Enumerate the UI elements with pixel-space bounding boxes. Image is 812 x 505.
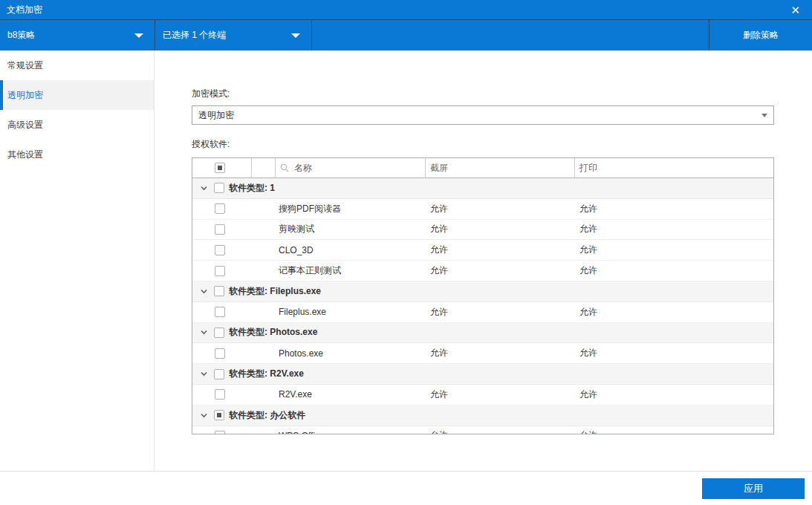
checkbox-cell bbox=[192, 307, 252, 317]
software-row[interactable]: R2V.exe 允许 允许 bbox=[192, 385, 773, 405]
group-label: 软件类型: R2V.exe bbox=[229, 368, 304, 380]
print-permission: 允许 bbox=[575, 429, 773, 434]
window-title: 文档加密 bbox=[7, 4, 42, 16]
group-row[interactable]: 软件类型: 办公软件 bbox=[192, 405, 773, 426]
sidebar-item-3[interactable]: 其他设置 bbox=[0, 140, 154, 169]
chevron-down-icon bbox=[134, 33, 143, 38]
group-row[interactable]: 软件类型: Fileplus.exe bbox=[192, 281, 773, 302]
row-checkbox[interactable] bbox=[215, 307, 225, 317]
chevron-down-icon bbox=[761, 114, 767, 117]
row-checkbox[interactable] bbox=[215, 389, 225, 400]
checkbox-cell bbox=[192, 389, 252, 400]
software-row[interactable]: Photos.exe 允许 允许 bbox=[192, 343, 773, 364]
row-checkbox[interactable] bbox=[215, 348, 225, 359]
checkbox-cell bbox=[192, 348, 252, 359]
row-checkbox[interactable] bbox=[215, 245, 225, 255]
software-row[interactable]: 搜狗PDF阅读器 允许 允许 bbox=[192, 199, 773, 220]
software-name: CLO_3D bbox=[276, 245, 426, 255]
print-permission: 允许 bbox=[575, 244, 773, 256]
print-permission: 允许 bbox=[575, 203, 773, 215]
row-checkbox[interactable] bbox=[215, 431, 225, 434]
print-permission: 允许 bbox=[575, 347, 773, 359]
sidebar-item-1[interactable]: 透明加密 bbox=[0, 80, 154, 110]
sidebar-item-0[interactable]: 常规设置 bbox=[0, 50, 154, 80]
software-name: R2V.exe bbox=[276, 389, 426, 400]
row-checkbox[interactable] bbox=[215, 224, 225, 235]
sidebar-item-2[interactable]: 高级设置 bbox=[0, 110, 154, 140]
chevron-down-icon[interactable] bbox=[200, 287, 208, 296]
select-all-checkbox[interactable] bbox=[215, 163, 225, 173]
expander-column-header bbox=[252, 158, 276, 177]
group-label: 软件类型: Photos.exe bbox=[229, 326, 317, 339]
group-label: 软件类型: Fileplus.exe bbox=[229, 285, 321, 298]
select-all-cell bbox=[192, 158, 252, 177]
software-row[interactable]: 记事本正则测试 允许 允许 bbox=[192, 261, 773, 281]
row-checkbox[interactable] bbox=[215, 266, 225, 276]
sidebar: 常规设置透明加密高级设置其他设置 bbox=[0, 50, 155, 471]
toolbar: b8策略 已选择 1 个终端 删除策略 bbox=[0, 19, 812, 50]
terminal-dropdown-value: 已选择 1 个终端 bbox=[163, 29, 226, 42]
row-checkbox[interactable] bbox=[214, 328, 224, 338]
chevron-down-icon bbox=[291, 33, 300, 38]
screenshot-permission: 允许 bbox=[426, 264, 575, 277]
apply-button[interactable]: 应用 bbox=[702, 478, 805, 499]
print-column-header[interactable]: 打印 bbox=[575, 158, 773, 177]
screenshot-column-header[interactable]: 截屏 bbox=[426, 158, 575, 177]
main-panel: 加密模式: 透明加密 授权软件: 名称 截屏 打印 bbox=[155, 50, 812, 471]
name-column-header[interactable]: 名称 bbox=[276, 158, 426, 177]
screenshot-permission: 允许 bbox=[426, 429, 575, 434]
software-name: Photos.exe bbox=[276, 348, 426, 359]
checkbox-cell bbox=[192, 224, 252, 235]
row-checkbox[interactable] bbox=[214, 369, 224, 379]
software-name: 记事本正则测试 bbox=[276, 264, 426, 277]
policy-dropdown-value: b8策略 bbox=[7, 29, 35, 42]
software-row[interactable]: CLO_3D 允许 允许 bbox=[192, 240, 773, 261]
checkbox-cell bbox=[192, 203, 252, 214]
group-row[interactable]: 软件类型: 1 bbox=[192, 178, 773, 199]
print-permission: 允许 bbox=[575, 306, 773, 319]
checkbox-cell bbox=[192, 266, 252, 276]
encryption-mode-label: 加密模式: bbox=[192, 88, 230, 100]
terminal-dropdown[interactable]: 已选择 1 个终端 bbox=[155, 20, 311, 50]
print-permission: 允许 bbox=[575, 223, 773, 235]
body: 常规设置透明加密高级设置其他设置 加密模式: 透明加密 授权软件: 名称 bbox=[0, 50, 812, 471]
screenshot-permission: 允许 bbox=[426, 306, 575, 319]
group-row[interactable]: 软件类型: Photos.exe bbox=[192, 323, 773, 344]
delete-policy-button[interactable]: 删除策略 bbox=[709, 20, 812, 50]
screenshot-permission: 允许 bbox=[426, 223, 575, 235]
group-label: 软件类型: 办公软件 bbox=[229, 409, 305, 422]
chevron-down-icon[interactable] bbox=[200, 184, 208, 192]
print-permission: 允许 bbox=[575, 388, 773, 401]
group-label: 软件类型: 1 bbox=[229, 182, 275, 195]
row-checkbox[interactable] bbox=[214, 286, 224, 296]
chevron-down-icon[interactable] bbox=[200, 370, 208, 378]
software-name: WPS Office bbox=[276, 431, 426, 434]
row-checkbox[interactable] bbox=[215, 203, 225, 214]
software-row[interactable]: 剪映测试 允许 允许 bbox=[192, 220, 773, 241]
row-checkbox[interactable] bbox=[214, 183, 224, 193]
checkbox-cell bbox=[192, 245, 252, 255]
software-name: 剪映测试 bbox=[276, 223, 426, 235]
footer: 应用 bbox=[0, 471, 812, 505]
table-body: 软件类型: 1 搜狗PDF阅读器 允许 允许 剪映测试 允许 允许 CLO_3D… bbox=[192, 178, 773, 434]
screenshot-permission: 允许 bbox=[426, 244, 575, 256]
row-checkbox[interactable] bbox=[214, 410, 224, 420]
toolbar-spacer bbox=[312, 20, 709, 50]
software-name: Fileplus.exe bbox=[276, 307, 426, 317]
checkbox-cell bbox=[192, 431, 252, 434]
authorized-software-label: 授权软件: bbox=[192, 138, 230, 151]
software-row[interactable]: WPS Office 允许 允许 bbox=[192, 426, 773, 434]
chevron-down-icon[interactable] bbox=[200, 411, 208, 420]
group-row[interactable]: 软件类型: R2V.exe bbox=[192, 364, 773, 385]
titlebar: 文档加密 ✕ bbox=[0, 0, 812, 19]
encryption-mode-value: 透明加密 bbox=[198, 109, 234, 122]
software-row[interactable]: Fileplus.exe 允许 允许 bbox=[192, 302, 773, 323]
search-icon bbox=[280, 163, 289, 172]
encryption-mode-select[interactable]: 透明加密 bbox=[192, 105, 774, 125]
table-header: 名称 截屏 打印 bbox=[192, 158, 773, 178]
close-icon[interactable]: ✕ bbox=[790, 4, 800, 16]
policy-dropdown[interactable]: b8策略 bbox=[0, 20, 155, 50]
screenshot-permission: 允许 bbox=[426, 347, 575, 359]
software-name: 搜狗PDF阅读器 bbox=[276, 203, 426, 215]
chevron-down-icon[interactable] bbox=[200, 328, 208, 336]
